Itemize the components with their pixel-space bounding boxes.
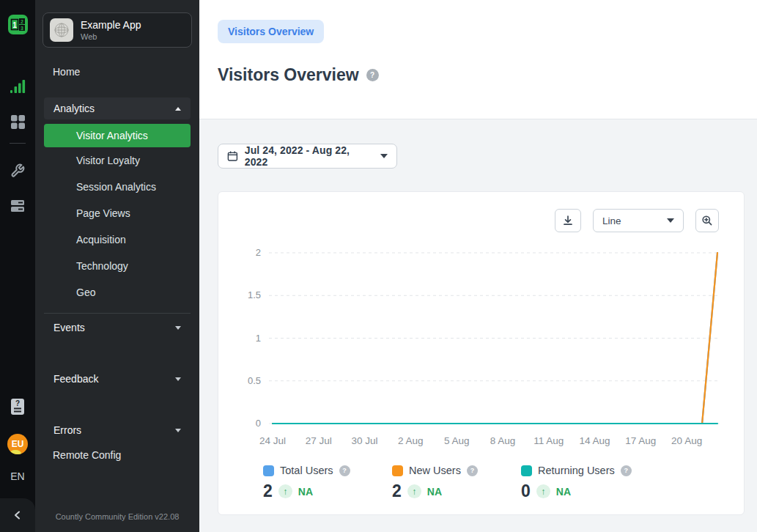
app-name: Example App [81, 19, 141, 32]
management-wrench-icon[interactable] [9, 163, 26, 179]
data-server-icon[interactable] [9, 198, 26, 214]
svg-text:?: ? [15, 399, 20, 407]
total-users-trend: NA [298, 486, 313, 498]
sidebar-item-session-analytics[interactable]: Session Analytics [35, 174, 199, 200]
sidebar-item-label: Home [53, 66, 80, 78]
new-users-swatch [392, 465, 403, 476]
x-axis-label: 11 Aug [533, 435, 564, 446]
sidebar-divider [44, 313, 191, 314]
chevron-up-icon [175, 107, 181, 111]
returning-users-value: 0 [521, 481, 531, 501]
chevron-down-icon [380, 154, 388, 158]
chevron-down-icon [175, 377, 181, 381]
sidebar-item-visitor-analytics[interactable]: Visitor Analytics [44, 124, 191, 147]
sidebar-item-remote-config[interactable]: Remote Config [35, 443, 199, 468]
new-users-trend: NA [427, 486, 442, 498]
total-users-help-icon[interactable]: ? [339, 465, 350, 476]
app-platform: Web [81, 32, 141, 41]
sidebar-group-label: Feedback [53, 373, 98, 385]
region-badge[interactable]: EU [7, 434, 28, 454]
apps-grid-icon[interactable] [9, 114, 26, 130]
sidebar-group-feedback[interactable]: Feedback [44, 368, 191, 390]
sidebar-item-technology[interactable]: Technology [35, 253, 199, 279]
chevron-down-icon [175, 326, 181, 330]
legend-toggle-returning-users[interactable]: Returning Users ? [521, 465, 650, 476]
sidebar-item-label: Technology [76, 260, 128, 272]
rail-bottom: ? EU EN [0, 399, 35, 532]
zoom-in-icon [701, 215, 713, 226]
legend-toggle-new-users[interactable]: New Users ? [392, 465, 521, 476]
left-rail: 1 2 3 [0, 0, 35, 532]
sidebar-item-page-views[interactable]: Page Views [35, 200, 199, 226]
guides-help-icon[interactable]: ? [9, 399, 26, 415]
chart-type-select[interactable]: Line [593, 209, 684, 232]
trend-up-icon: ↑ [407, 484, 421, 498]
y-axis-label: 2 [256, 247, 261, 258]
page-header: Visitors Overview Visitors Overview ? [199, 0, 757, 119]
svg-text:3: 3 [21, 26, 23, 31]
sidebar-item-label: Remote Config [53, 449, 121, 461]
sidebar-item-label: Visitor Loyalty [76, 155, 140, 166]
returning-users-swatch [521, 465, 532, 476]
visitors-chart-card: Line 00.511.5224 Jul27 Jul30 Jul2 Aug5 A… [218, 191, 745, 515]
trend-up-icon: ↑ [278, 484, 292, 498]
sidebar-item-label: Page Views [76, 207, 130, 219]
title-help-icon[interactable]: ? [366, 69, 379, 81]
sidebar-item-geo[interactable]: Geo [35, 279, 199, 306]
sidebar-item-visitor-loyalty[interactable]: Visitor Loyalty [35, 147, 199, 174]
language-selector[interactable]: EN [10, 470, 24, 482]
x-axis-label: 2 Aug [398, 435, 424, 446]
download-chart-button[interactable] [555, 209, 581, 232]
chevron-down-icon [667, 218, 674, 223]
app-icon [50, 18, 73, 42]
sidebar-item-label: Acquisition [76, 234, 126, 245]
total-users-swatch [263, 465, 274, 476]
chevron-down-icon [175, 429, 181, 432]
sidebar-item-label: Session Analytics [76, 181, 156, 193]
sidebar-group-label: Analytics [53, 103, 95, 114]
sidebar-item-home[interactable]: Home [35, 59, 199, 84]
new-users-value: 2 [392, 481, 402, 501]
countly-logo-icon[interactable]: 1 2 3 [8, 15, 28, 37]
sidebar-collapse-button[interactable] [0, 498, 35, 532]
date-range-picker[interactable]: Jul 24, 2022 - Aug 22, 2022 [218, 144, 397, 169]
new-users-help-icon[interactable]: ? [467, 465, 478, 476]
returning-users-help-icon[interactable]: ? [621, 465, 632, 476]
legend-toggle-total-users[interactable]: Total Users ? [263, 465, 392, 476]
rail-divider [10, 143, 26, 144]
x-axis-label: 17 Aug [625, 435, 656, 446]
legend-new-users: New Users ? 2 ↑ NA [392, 465, 521, 501]
svg-text:1: 1 [12, 21, 17, 29]
sidebar-item-label: Visitor Analytics [76, 130, 148, 141]
sidebar-group-events[interactable]: Events [44, 317, 191, 339]
sidebar-group-errors[interactable]: Errors [44, 419, 191, 441]
page-title: Visitors Overview [218, 65, 359, 85]
visitors-line-chart[interactable]: 00.511.5224 Jul27 Jul30 Jul2 Aug5 Aug8 A… [218, 236, 744, 456]
region-label: EU [12, 439, 24, 449]
legend-label: Returning Users [538, 465, 615, 476]
chart-legend: Total Users ? 2 ↑ NA New Users ? [263, 465, 650, 501]
trend-up-icon: ↑ [536, 484, 550, 498]
y-axis-label: 0 [256, 418, 261, 429]
version-footer: Countly Community Edition v22.08 [35, 512, 199, 521]
x-axis-label: 5 Aug [444, 435, 470, 446]
sidebar-item-acquisition[interactable]: Acquisition [35, 226, 199, 253]
x-axis-label: 20 Aug [671, 435, 702, 446]
x-axis-label: 27 Jul [306, 435, 332, 446]
language-label: EN [10, 470, 24, 482]
sidebar-group-analytics[interactable]: Analytics [44, 97, 191, 119]
sidebar-group-label: Errors [53, 424, 81, 436]
y-axis-label: 1 [256, 333, 261, 344]
analytics-bars-icon[interactable] [9, 78, 26, 95]
app-selector[interactable]: Example App Web [43, 12, 192, 48]
download-icon [562, 215, 574, 226]
calendar-icon [227, 150, 238, 162]
x-axis-label: 30 Jul [352, 435, 378, 446]
sidebar-group-label: Events [53, 322, 85, 333]
legend-returning-users: Returning Users ? 0 ↑ NA [521, 465, 650, 501]
legend-label: New Users [409, 465, 461, 476]
breadcrumb[interactable]: Visitors Overview [218, 20, 324, 43]
zoom-chart-button[interactable] [695, 209, 719, 232]
total-users-value: 2 [263, 481, 273, 501]
x-axis-label: 8 Aug [490, 435, 516, 446]
